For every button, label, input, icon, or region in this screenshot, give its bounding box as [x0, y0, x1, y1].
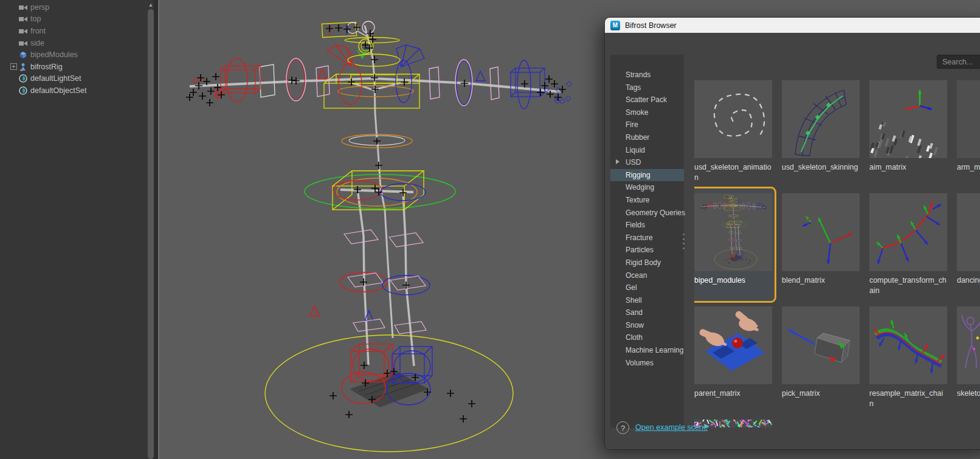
category-gel[interactable]: Gel: [610, 281, 684, 294]
category-label: Geometry Queries: [626, 209, 685, 217]
outliner-item-label: top: [30, 15, 41, 23]
tile-label: usd_skeleton_animation: [694, 162, 772, 184]
tile-compute_transform_chain[interactable]: compute_transform_chain: [869, 193, 947, 297]
category-cloth[interactable]: Cloth: [610, 331, 684, 344]
category-strands[interactable]: Strands: [610, 69, 684, 81]
tile-biped_modules[interactable]: biped_modules: [694, 193, 772, 286]
example-grid: usd_skeleton_animationusd_skeleton_skinn…: [694, 80, 980, 427]
set-icon: [18, 86, 28, 95]
outliner-item-defaultLightSet[interactable]: defaultLightSet: [0, 73, 146, 85]
category-label: Snow: [626, 321, 644, 330]
tile-label: arm_mo: [957, 162, 980, 173]
tile-dancing[interactable]: dancing: [957, 193, 980, 286]
category-label: Particles: [626, 246, 654, 254]
category-snow[interactable]: Snow: [610, 319, 684, 332]
category-texture[interactable]: Texture: [610, 194, 684, 207]
outliner-item-defaultObjectSet[interactable]: defaultObjectSet: [0, 85, 146, 97]
tile-label: biped_modules: [694, 275, 772, 286]
open-example-scene-link[interactable]: Open example scene: [635, 423, 708, 432]
category-label: Tags: [626, 83, 641, 92]
biped-thumbnail: [694, 193, 772, 271]
tile-aim_matrix[interactable]: aim_matrix: [869, 80, 947, 173]
category-scatter-pack[interactable]: Scatter Pack: [610, 94, 684, 106]
category-label: Ocean: [626, 271, 647, 280]
rig-icon: [18, 63, 28, 71]
category-fields[interactable]: Fields: [610, 219, 684, 232]
scroll-up-arrow-icon[interactable]: ▲: [147, 1, 155, 9]
outliner-item-label: front: [30, 27, 46, 35]
tile-label: pick_matrix: [782, 388, 860, 399]
tile-label: compute_transform_chain: [869, 275, 947, 297]
chain-thumbnail: [869, 193, 947, 271]
outliner-item-label: side: [30, 39, 44, 47]
spiral-thumbnail: [694, 80, 772, 158]
category-sand[interactable]: Sand: [610, 306, 684, 319]
tile-arm_mo[interactable]: arm_mo: [957, 80, 980, 173]
skeleton-thumbnail: [957, 306, 980, 384]
category-label: Wedging: [626, 183, 654, 192]
module-icon: [18, 50, 28, 59]
category-label: Fracture: [626, 233, 653, 242]
category-rigging[interactable]: Rigging: [610, 169, 684, 182]
aim-thumbnail: [869, 80, 947, 158]
category-label: Rigging: [626, 171, 650, 179]
category-label: Texture: [626, 196, 649, 204]
search-input[interactable]: [937, 55, 980, 68]
set-icon: [18, 74, 28, 83]
category-fracture[interactable]: Fracture: [610, 232, 684, 244]
tile-skeleto[interactable]: skeleto: [957, 306, 980, 399]
category-usd[interactable]: USD: [610, 156, 684, 169]
outliner-item-side[interactable]: side: [0, 37, 146, 49]
category-wedging[interactable]: Wedging: [610, 181, 684, 194]
category-tags[interactable]: Tags: [610, 81, 684, 94]
category-machine-learning[interactable]: Machine Learning: [610, 344, 684, 357]
tile-label: usd_skeleton_skinning: [782, 162, 860, 173]
outliner-item-bipedModules[interactable]: bipedModules: [0, 49, 146, 61]
help-icon[interactable]: ?: [616, 421, 629, 434]
browser-footer: ? Open example scene: [605, 411, 980, 449]
blend-thumbnail: [782, 193, 860, 271]
camera-icon: [18, 27, 28, 35]
tile-usd_skeleton_animation[interactable]: usd_skeleton_animation: [694, 80, 772, 184]
outliner-panel: persptopfrontsidebipedModules+bifrostRig…: [0, 0, 159, 459]
category-label: Volumes: [626, 359, 654, 367]
category-fire[interactable]: Fire: [610, 119, 684, 131]
bifrost-browser-titlebar[interactable]: M Bifrost Browser: [605, 18, 980, 33]
maya-desktop: persptopfrontsidebipedModules+bifrostRig…: [0, 0, 980, 459]
expand-plus-icon[interactable]: +: [10, 63, 17, 70]
category-label: Smoke: [626, 108, 648, 117]
outliner-scrollbar[interactable]: [148, 9, 154, 459]
tile-usd_skeleton_skinning[interactable]: usd_skeleton_skinning: [782, 80, 860, 173]
outliner-item-bifrostRig[interactable]: +bifrostRig: [0, 61, 146, 73]
tile-blend_matrix[interactable]: blend_matrix: [782, 193, 860, 286]
camera-icon: [18, 3, 28, 12]
splitter-handle[interactable]: [683, 233, 686, 249]
category-ocean[interactable]: Ocean: [610, 269, 684, 282]
tile-label: parent_matrix: [694, 388, 772, 399]
category-particles[interactable]: Particles: [610, 244, 684, 257]
outliner-item-label: defaultObjectSet: [30, 86, 86, 95]
category-label: Rubber: [626, 133, 649, 142]
category-smoke[interactable]: Smoke: [610, 106, 684, 119]
tile-resample_matrix_chain[interactable]: resample_matrix_chain: [869, 306, 947, 410]
outliner-rows: persptopfrontsidebipedModules+bifrostRig…: [0, 1, 146, 97]
category-rigid-body[interactable]: Rigid Body: [610, 257, 684, 269]
chevron-right-icon[interactable]: [616, 159, 619, 164]
outliner-item-label: persp: [30, 3, 49, 12]
tile-label: dancing: [957, 275, 980, 286]
category-geometry-queries[interactable]: Geometry Queries: [610, 207, 684, 219]
category-label: Machine Learning: [626, 346, 683, 354]
category-rubber[interactable]: Rubber: [610, 131, 684, 144]
category-volumes[interactable]: Volumes: [610, 357, 684, 370]
category-shell[interactable]: Shell: [610, 294, 684, 307]
outliner-item-front[interactable]: front: [0, 25, 146, 37]
outliner-item-persp[interactable]: persp: [0, 1, 146, 13]
category-label: Shell: [626, 296, 642, 305]
category-sidebar: StrandsTagsScatter PackSmokeFireRubberLi…: [610, 55, 684, 428]
camera-icon: [18, 15, 28, 23]
tile-pick_matrix[interactable]: pick_matrix: [782, 306, 860, 399]
category-liquid[interactable]: Liquid: [610, 144, 684, 157]
tile-parent_matrix[interactable]: parent_matrix: [694, 306, 772, 399]
window-title: Bifrost Browser: [625, 21, 677, 30]
outliner-item-top[interactable]: top: [0, 13, 146, 26]
